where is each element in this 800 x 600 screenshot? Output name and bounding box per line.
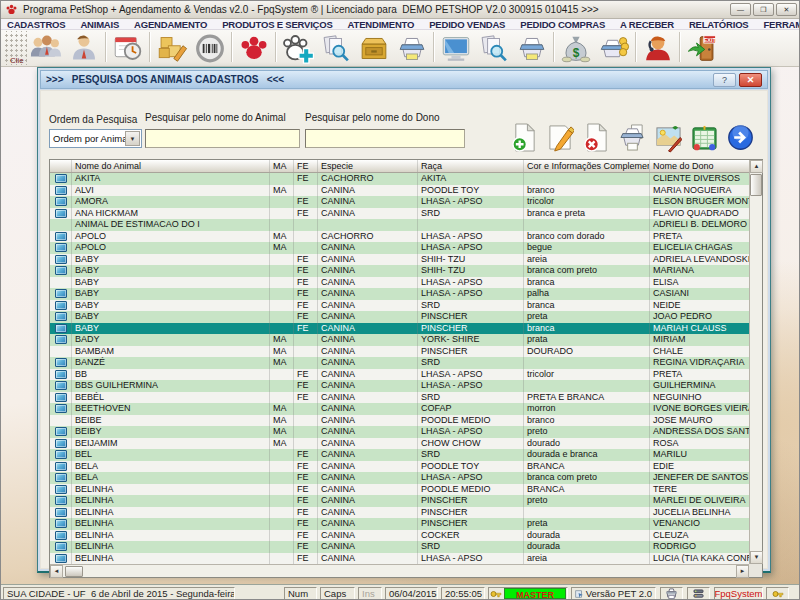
dialog-help-button[interactable]: ? [713,73,736,87]
red-paw-icon[interactable] [235,31,273,65]
chevron-down-icon[interactable]: ▼ [125,131,140,146]
table-row[interactable]: BELINHAFECANINAPOODLE MEDIOBRANCATERE [50,484,749,496]
restore-button[interactable]: ❐ [753,3,774,16]
header-ma[interactable]: MA [270,160,294,172]
table-row[interactable]: BADYMACANINAYORK- SHIREprataMIRIAM [50,334,749,346]
table-row[interactable]: BBS GUILHERMINAFECANINALHASA - APSOGUILH… [50,380,749,392]
scroll-down-icon[interactable]: ▼ [750,551,763,564]
menu-item[interactable]: RELATÓRIOS [689,19,749,30]
table-row[interactable]: BABYFECANINASHIH- TZUbranca com pretoMAR… [50,265,749,277]
table-row[interactable]: ANIMAL DE ESTIMACAO DO IADRIELI B. DELMO… [50,219,749,231]
menu-item[interactable]: PEDIDO VENDAS [429,19,505,30]
edit-record-icon[interactable] [547,122,574,153]
go-next-icon[interactable] [727,122,754,153]
money-bag-icon[interactable]: $ [557,31,595,65]
dono-search-input[interactable] [305,129,465,148]
scroll-right-icon[interactable]: ► [736,565,749,578]
birthday-calendar-icon[interactable] [691,122,718,153]
status-printer-panel[interactable] [660,587,683,600]
header-cor[interactable]: Cor e Informações Complementares [524,160,650,172]
header-especie[interactable]: Especie [318,160,418,172]
delete-record-icon[interactable] [583,122,610,153]
table-row[interactable]: BAMBAMMACANINAPINSCHERDOURADOCHALE [50,346,749,358]
minimize-button[interactable]: — [730,3,751,16]
person-icon[interactable] [65,31,103,65]
menu-item[interactable]: PEDIDO COMPRAS [520,19,605,30]
table-row[interactable]: BELINHAFECANINAPINSCHERJUCELIA BELINHA [50,507,749,519]
table-row[interactable]: AMORAFECANINALHASA - APSOtricolorELSON B… [50,196,749,208]
close-button[interactable]: ✕ [776,3,797,16]
table-row[interactable]: BABYFECANINASHIH- TZUareiaADRIELA LEVAND… [50,254,749,266]
table-row[interactable]: BEETHOVENMACANINACOFAPmorronIVONE BORGES… [50,403,749,415]
table-row[interactable]: BBFECANINALHASA - APSOtricolorPRETA [50,369,749,381]
calendar-icon[interactable] [109,31,147,65]
table-row[interactable]: BELAFECANINALHASA - APSObranca com preto… [50,472,749,484]
table-row[interactable]: BEIBYMACANINALHASA - APSOpretoANDRESSA D… [50,426,749,438]
menu-item[interactable]: FERRAMENTAS [763,19,800,30]
scroll-left-icon[interactable]: ◄ [50,565,63,578]
support-person-icon[interactable] [639,31,677,65]
table-row[interactable]: BELINHAFECANINAPINSCHERpretoMARLEI DE OL… [50,495,749,507]
add-record-icon[interactable] [511,122,538,153]
table-row[interactable]: BELAFECANINAPOODLE TOYBRANCAEDIE [50,461,749,473]
dialog-titlebar[interactable]: >>> PESQUISA DOS ANIMAIS CADASTROS <<< ?… [40,70,768,89]
printer-icon[interactable] [393,31,431,65]
table-row[interactable]: BELINHAFECANINAPINSCHERpretaVENANCIO [50,518,749,530]
menu-item[interactable]: PRODUTOS E SERVIÇOS [222,19,332,30]
printer-money-icon[interactable] [595,31,633,65]
header-fe[interactable]: FE [294,160,318,172]
paw-cross-icon[interactable] [279,31,317,65]
table-row[interactable]: BEBÉLFECANINASRDPRETA E BRANCANEGUINHO [50,392,749,404]
header-nome-animal[interactable]: Nome do Animal [72,160,270,172]
print-icon[interactable] [619,122,646,153]
documents-search-icon[interactable] [317,31,355,65]
table-row[interactable]: BELINHAFECANINASRDdouradaRODRIGO [50,541,749,553]
table-row[interactable]: BABYFECANINALHASA - APSOpalhaCASIANI [50,288,749,300]
table-row[interactable]: BELINHAFECANINALHASA - APSOareiaLUCIA (T… [50,553,749,565]
table-row[interactable]: APOLOMACANINALHASA - APSObegueELICELIA C… [50,242,749,254]
cell-es: CANINA [318,208,418,220]
printer-icon[interactable] [513,31,551,65]
vertical-scroll-thumb[interactable] [750,174,762,196]
products-boxes-icon[interactable] [153,31,191,65]
menu-item[interactable]: AGENDAMENTO [134,19,207,30]
header-nome-dono[interactable]: Nome do Dono [650,160,749,172]
drawer-icon[interactable] [355,31,393,65]
menu-item[interactable]: ANIMAIS [80,19,119,30]
table-row[interactable]: BABYFECANINAPINSCHERbrancaMARIAH CLAUSS [50,323,749,335]
vertical-scrollbar[interactable]: ▲ ▼ [749,160,762,564]
documents-search-icon[interactable] [475,31,513,65]
menu-item[interactable]: ATENDIMENTO [348,19,415,30]
barcode-icon[interactable] [191,31,229,65]
table-row[interactable]: BELINHAFECANINACOCKERdouradaCLEUZA [50,530,749,542]
table-row[interactable]: BANZÉMACANINASRDREGINA VIDRAÇARIA [50,357,749,369]
scroll-up-icon[interactable]: ▲ [750,160,763,173]
table-row[interactable]: BELFECANINASRDdourada e brancaMARILU [50,449,749,461]
header-raca[interactable]: Raça [418,160,524,172]
table-row[interactable]: ALVIMACANINAPOODLE TOYbrancoMARIA NOGUEI… [50,185,749,197]
toolbar-separator [275,32,277,62]
table-row[interactable]: BABYFECANINALHASA - APSObrancaELISA [50,277,749,289]
clients-icon[interactable] [27,31,65,65]
dialog-close-button[interactable]: ✕ [739,73,762,87]
table-row[interactable]: BABYFECANINASRDbrancaNEIDE [50,300,749,312]
order-select[interactable]: Ordem por Animal ▼ [49,129,142,148]
cell-n: ANA HICKMAM [72,208,270,220]
horizontal-scrollbar[interactable]: ◄ ► [50,564,749,577]
animal-search-input[interactable] [145,129,300,148]
table-row[interactable]: BEIBEMACANINAPOODLE MEDIObrancoJOSE MAUR… [50,415,749,427]
table-row[interactable]: APOLOMACACHORROLHASA - APSObranco com do… [50,231,749,243]
table-row[interactable]: BABYFECANINAPINSCHERpretaJOAO PEDRO [50,311,749,323]
table-row[interactable]: AKITAFECACHORROAKITACLIENTE DIVERSOS [50,173,749,185]
monitor-icon[interactable] [437,31,475,65]
status-key-panel[interactable] [766,587,789,600]
exit-door-icon[interactable]: EXIT [683,31,721,65]
table-row[interactable]: ANA HICKMAMFECANINASRDbranca e pretaFLAV… [50,208,749,220]
photo-icon[interactable] [655,122,682,153]
menu-item[interactable]: CADASTROS [7,19,65,30]
horizontal-scroll-thumb[interactable] [65,566,83,577]
cell-es: CANINA [318,553,418,565]
menu-item[interactable]: A RECEBER [620,19,674,30]
status-network-panel[interactable] [687,587,710,600]
table-row[interactable]: BEIJAMIMMACANINACHOW CHOWdouradoROSA [50,438,749,450]
